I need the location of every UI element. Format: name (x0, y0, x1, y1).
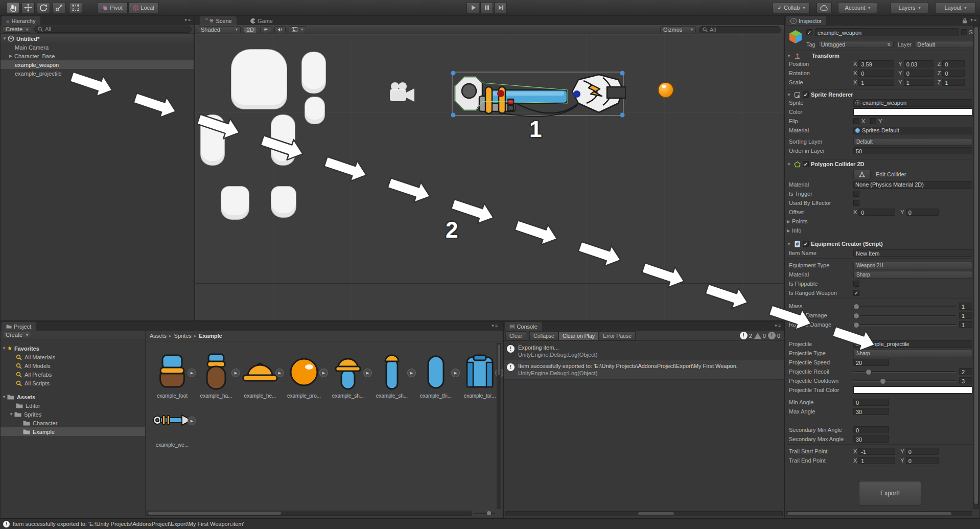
folder-example[interactable]: Example (1, 427, 145, 436)
expand-subassets-icon[interactable]: ▶ (451, 369, 460, 377)
project-tab[interactable]: Project (2, 322, 36, 331)
projectile-recoil-slider[interactable] (853, 368, 956, 375)
thumbnail-zoom-slider[interactable] (474, 511, 495, 515)
collab-dropdown[interactable]: ✓ Collab▾ (773, 2, 810, 13)
character-torso-sprite[interactable] (231, 49, 287, 109)
item-name-field[interactable]: New Item (853, 249, 972, 257)
hierarchy-tab[interactable]: ≡ Hierarchy (2, 16, 40, 25)
lighting-toggle-button[interactable]: ☀ (260, 26, 271, 33)
favorite-all-prefabs[interactable]: All Prefabs (1, 370, 145, 379)
rotation-z-field[interactable]: 0 (942, 70, 965, 77)
asset-example-thigh[interactable]: ▶ (416, 352, 456, 393)
equipment-creator-header[interactable]: ▼ # ✓ Equipment Creator (Script) (787, 239, 972, 248)
scene-row[interactable]: ▼ Untitled* (1, 34, 194, 43)
mass-field[interactable]: 1 (959, 303, 972, 310)
expand-arrow-icon[interactable]: ▶ (9, 54, 14, 58)
flip-y-checkbox[interactable] (870, 118, 876, 124)
local-toggle-button[interactable]: Local (128, 2, 159, 13)
equipment-material-dropdown[interactable]: Sharp (853, 271, 972, 279)
rotation-y-field[interactable]: 0 (904, 70, 934, 77)
color-swatch[interactable] (853, 108, 972, 116)
asset-example-projectile[interactable]: ▶ (284, 352, 324, 393)
project-create-button[interactable]: Create▾ (3, 332, 31, 338)
folder-editor[interactable]: Editor (1, 401, 145, 410)
character-thigh-sprite[interactable] (200, 114, 225, 166)
position-y-field[interactable]: 0.03 (904, 60, 934, 67)
max-angle-field[interactable]: 30 (853, 408, 889, 415)
secondary-max-angle-field[interactable]: 30 (853, 435, 889, 443)
offset-x-field[interactable]: 0 (858, 209, 895, 216)
inspector-scrollbar[interactable] (973, 26, 979, 509)
2d-toggle-button[interactable]: 2D (244, 26, 257, 33)
static-checkbox[interactable] (961, 29, 967, 35)
account-dropdown[interactable]: Account▾ (838, 2, 877, 13)
character-hand-sprite[interactable] (305, 97, 325, 124)
hierarchy-create-button[interactable]: Create▾ (3, 26, 31, 33)
inspector-panel-menu[interactable]: ▾≡ (970, 17, 977, 22)
expand-subassets-icon[interactable]: ▶ (231, 369, 240, 377)
rotate-tool-button[interactable] (37, 2, 50, 13)
inspector-tab[interactable]: i Inspector (786, 16, 826, 25)
selection-handle[interactable] (620, 113, 625, 118)
warning-count-badge[interactable]: 0 (754, 333, 766, 339)
ranged-damage-field[interactable]: 1 (959, 321, 972, 328)
trail-start-y-field[interactable]: 0 (906, 448, 939, 455)
transform-header[interactable]: ▼ Transform (787, 51, 972, 60)
folder-character[interactable]: Character (1, 419, 145, 427)
projectile-cooldown-field[interactable]: 3 (959, 377, 972, 384)
position-x-field[interactable]: 3.59 (858, 60, 894, 67)
sprite-object-field[interactable]: example_weapon (853, 99, 972, 107)
projectile-recoil-field[interactable]: 2 (959, 368, 972, 375)
active-checkbox[interactable]: ✓ (806, 29, 812, 35)
rect-tool-button[interactable] (69, 2, 82, 13)
used-by-effector-checkbox[interactable] (853, 200, 859, 206)
console-panel-menu[interactable]: ▾≡ (775, 323, 782, 328)
console-clear-on-play-button[interactable]: Clear on Play (558, 331, 599, 340)
favorite-all-materials[interactable]: All Materials (1, 353, 145, 361)
is-flippable-checkbox[interactable] (853, 281, 859, 287)
component-enabled-checkbox[interactable]: ✓ (803, 241, 809, 247)
inspector-hscrollbar[interactable] (786, 511, 972, 516)
expand-subassets-icon[interactable]: ▶ (188, 369, 196, 377)
step-button[interactable] (494, 2, 507, 13)
scale-x-field[interactable]: 1 (858, 79, 894, 86)
console-tab[interactable]: ▤ Console (505, 322, 542, 331)
layer-dropdown[interactable]: Default (914, 41, 977, 48)
scale-tool-button[interactable] (53, 2, 66, 13)
projectile-speed-field[interactable]: 20 (853, 359, 889, 366)
asset-example-helmet[interactable]: ▶ (240, 352, 280, 393)
scale-z-field[interactable]: 1 (942, 79, 965, 86)
play-button[interactable] (466, 2, 479, 13)
ranged-damage-slider[interactable] (853, 321, 956, 328)
breadcrumb-assets[interactable]: Assets (150, 333, 167, 339)
tag-dropdown[interactable]: Untagged⇅ (818, 41, 894, 48)
example-weapon-sprite[interactable] (450, 70, 626, 118)
offset-y-field[interactable]: 0 (906, 209, 939, 216)
physics-material-field[interactable]: None (Physics Material 2D) (853, 181, 972, 189)
console-hscrollbar[interactable] (505, 511, 783, 516)
projectile-type-dropdown[interactable]: Sharp (853, 350, 972, 357)
audio-toggle-button[interactable] (274, 26, 286, 33)
favorite-all-models[interactable]: All Models (1, 361, 145, 370)
trail-color-swatch[interactable] (853, 386, 972, 394)
console-entry[interactable]: ! Exporting item... UnityEngine.Debug:Lo… (504, 342, 784, 360)
projectile-cooldown-slider[interactable] (853, 377, 956, 384)
scene-viewport[interactable] (195, 34, 783, 320)
hand-tool-button[interactable] (6, 2, 19, 13)
melee-damage-field[interactable]: 1 (959, 312, 972, 319)
component-enabled-checkbox[interactable]: ✓ (803, 161, 809, 167)
log-count-badge[interactable]: ! 2 (740, 332, 752, 339)
assets-folder[interactable]: ▼ Assets (1, 393, 145, 401)
melee-damage-slider[interactable] (853, 312, 956, 319)
console-error-pause-button[interactable]: Error Pause (599, 331, 636, 340)
lock-icon[interactable] (962, 18, 967, 24)
hierarchy-item-main-camera[interactable]: Main Camera (1, 43, 194, 52)
cloud-button[interactable] (816, 2, 832, 13)
example-projectile-sprite[interactable] (658, 82, 674, 98)
is-ranged-weapon-checkbox[interactable]: ✓ (853, 290, 859, 296)
hierarchy-panel-menu[interactable]: ▾≡ (184, 17, 192, 22)
character-thigh-sprite[interactable] (271, 114, 295, 166)
export-button[interactable]: Export! (859, 481, 921, 505)
selection-handle[interactable] (620, 71, 625, 76)
position-z-field[interactable]: 0 (942, 60, 965, 67)
